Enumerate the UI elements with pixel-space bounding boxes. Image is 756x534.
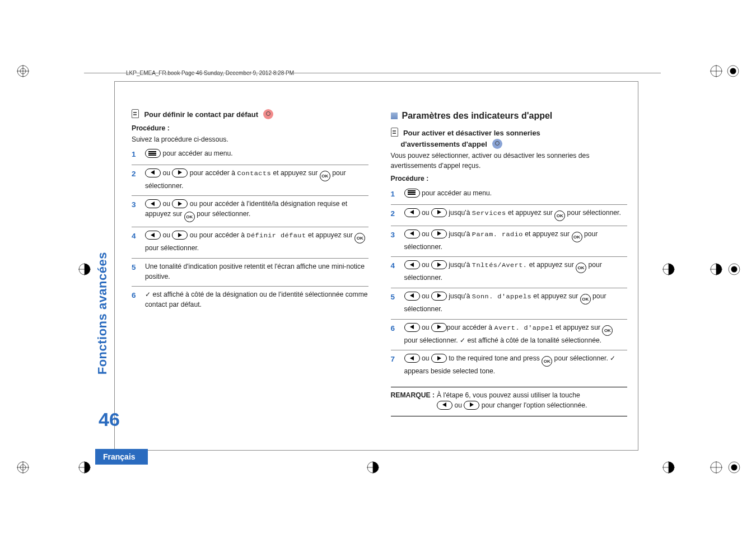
menu-path: Contacts bbox=[237, 170, 271, 177]
step-text: pour sélectionner. bbox=[565, 209, 621, 217]
step-body: ✓ est affiché à côté de la désignation o… bbox=[145, 290, 368, 310]
step-number: 5 bbox=[391, 292, 399, 315]
step-text: pour sélectionner. bbox=[195, 210, 251, 218]
step-text: pour accéder au menu. bbox=[162, 149, 232, 157]
step-text: ou pour accéder à bbox=[188, 231, 246, 239]
step-text: jusqu'à bbox=[447, 261, 472, 269]
step-text: jusqu'à bbox=[447, 209, 472, 217]
remark-body: À l'étape 6, vous pouvez aussi utiliser … bbox=[437, 391, 587, 410]
step-number: 2 bbox=[132, 168, 139, 191]
menu-button-icon bbox=[145, 149, 161, 158]
step-item: 7 ou to the required tone and press OK p… bbox=[391, 350, 628, 381]
step-item: 1 pour accéder au menu. bbox=[132, 146, 368, 165]
right-column: Paramètres des indicateurs d'appel Pour … bbox=[391, 109, 628, 416]
step-body: ou jusqu'à Tnltés/Avert. et appuyez sur … bbox=[404, 260, 628, 283]
step-text: pour sélectionner. ✓ est affiché à côté … bbox=[404, 336, 602, 344]
nav-left-icon bbox=[437, 401, 452, 410]
step-body: pour accéder au menu. bbox=[404, 189, 628, 200]
step-number: 6 bbox=[391, 323, 399, 346]
nav-left-icon bbox=[145, 199, 161, 208]
menu-path: Tnltés/Avert. bbox=[472, 261, 528, 269]
page-number: 46 bbox=[99, 409, 120, 430]
nav-right-icon bbox=[172, 199, 188, 208]
step-text: et appuyez sur bbox=[531, 292, 580, 300]
step-body: ou ou pour accéder à l'identité/la désig… bbox=[145, 199, 368, 222]
step-number: 3 bbox=[132, 199, 139, 222]
ok-button-icon: OK bbox=[354, 233, 365, 243]
page: LKP_EMEA_FR.book Page 46 Sunday, Decembe… bbox=[84, 56, 661, 476]
menu-path: Définir défaut bbox=[246, 232, 306, 240]
nav-right-icon bbox=[431, 354, 447, 363]
menu-path: Param. radio bbox=[472, 231, 523, 238]
step-item: 3 ou ou pour accéder à l'identité/la dés… bbox=[132, 196, 368, 227]
reg-mark-icon bbox=[17, 461, 29, 474]
step-body: ou pour accéder à ou pour accéder à Cont… bbox=[145, 168, 368, 191]
menu-path: Avert. d'appel bbox=[494, 324, 554, 332]
nav-right-icon bbox=[431, 208, 447, 217]
nav-right-icon bbox=[172, 231, 188, 240]
step-number: 1 bbox=[132, 149, 139, 160]
menu-button-icon bbox=[404, 189, 420, 198]
steps-list: 1 pour accéder au menu. 2 ou jusqu'à Ser… bbox=[391, 185, 628, 381]
nav-right-icon bbox=[464, 401, 479, 410]
step-text: et appuyez sur bbox=[306, 231, 355, 239]
step-number: 4 bbox=[391, 260, 399, 283]
step-body: ou jusqu'à Param. radio et appuyez sur O… bbox=[404, 229, 628, 252]
reg-mark-icon bbox=[17, 65, 29, 77]
ok-button-icon: OK bbox=[602, 325, 613, 336]
reg-mark-icon bbox=[710, 461, 722, 474]
nav-left-icon bbox=[404, 354, 420, 363]
remark-text: ou bbox=[452, 401, 464, 409]
step-item: 6 ✓ est affiché à côté de la désignation… bbox=[132, 287, 368, 314]
step-text: pour accéder au menu. bbox=[420, 189, 492, 197]
menu-path: Sonn. d'appels bbox=[472, 293, 531, 301]
step-text: et appuyez sur bbox=[523, 230, 572, 238]
step-item: 4 ou jusqu'à Tnltés/Avert. et appuyez su… bbox=[391, 257, 628, 288]
remark-text: À l'étape 6, vous pouvez aussi utiliser … bbox=[437, 391, 580, 399]
svg-point-8 bbox=[730, 68, 736, 74]
step-item: 4 ou ou pour accéder à Définir défaut et… bbox=[132, 227, 368, 259]
nav-right-icon bbox=[431, 292, 447, 301]
nav-left-icon bbox=[404, 323, 420, 332]
step-text: jusqu'à bbox=[447, 230, 472, 238]
procedure-heading: Pour définir le contact par défaut bbox=[132, 109, 368, 120]
procedure-icon bbox=[132, 109, 139, 118]
step-body: Une tonalité d'indication positive reten… bbox=[145, 262, 368, 282]
nav-right-icon bbox=[431, 229, 447, 238]
left-column: Pour définir le contact par défaut Procé… bbox=[132, 109, 368, 416]
procedure-title: Pour activer et désactiver les sonneries bbox=[403, 129, 540, 137]
step-item: 3 ou jusqu'à Param. radio et appuyez sur… bbox=[391, 226, 628, 257]
reg-mark-icon bbox=[727, 65, 739, 77]
step-item: 2 ou pour accéder à ou pour accéder à Co… bbox=[132, 165, 368, 196]
procedure-label: Procédure : bbox=[132, 124, 368, 134]
step-number: 3 bbox=[391, 229, 399, 252]
language-tag: Français bbox=[95, 449, 148, 465]
nav-right-icon bbox=[431, 260, 447, 269]
nav-right-icon bbox=[431, 323, 447, 332]
step-body: ou to the required tone and press OK pou… bbox=[404, 354, 628, 377]
step-body: ou jusqu'à Services et appuyez sur OK po… bbox=[404, 208, 628, 221]
section-square-icon bbox=[391, 113, 398, 119]
ok-button-icon: OK bbox=[572, 232, 582, 242]
step-item: 5 Une tonalité d'indication positive ret… bbox=[132, 259, 368, 287]
step-text: pour sélectionner. bbox=[145, 244, 199, 252]
step-text: et appuyez sur bbox=[554, 324, 603, 331]
step-text: to the required tone and press bbox=[447, 354, 542, 362]
procedure-title: Pour définir le contact par défaut bbox=[144, 110, 258, 119]
menu-path: Services bbox=[472, 209, 506, 217]
nav-left-icon bbox=[145, 168, 161, 177]
svg-point-19 bbox=[731, 266, 738, 273]
procedure-intro: Suivez la procédure ci-dessous. bbox=[132, 135, 368, 145]
step-text: et appuyez sur bbox=[506, 209, 555, 217]
ok-button-icon: OK bbox=[184, 212, 195, 222]
step-number: 4 bbox=[132, 231, 139, 254]
step-number: 7 bbox=[391, 354, 399, 377]
nav-left-icon bbox=[145, 231, 161, 240]
procedure-intro: Vous pouvez sélectionner, activer ou dés… bbox=[391, 151, 628, 171]
step-item: 5 ou jusqu'à Sonn. d'appels et appuyez s… bbox=[391, 288, 628, 320]
feature-badge-icon bbox=[263, 109, 273, 119]
procedure-icon bbox=[391, 128, 398, 137]
step-number: 5 bbox=[132, 262, 139, 282]
reg-mark-icon bbox=[662, 461, 675, 474]
nav-left-icon bbox=[404, 260, 420, 269]
